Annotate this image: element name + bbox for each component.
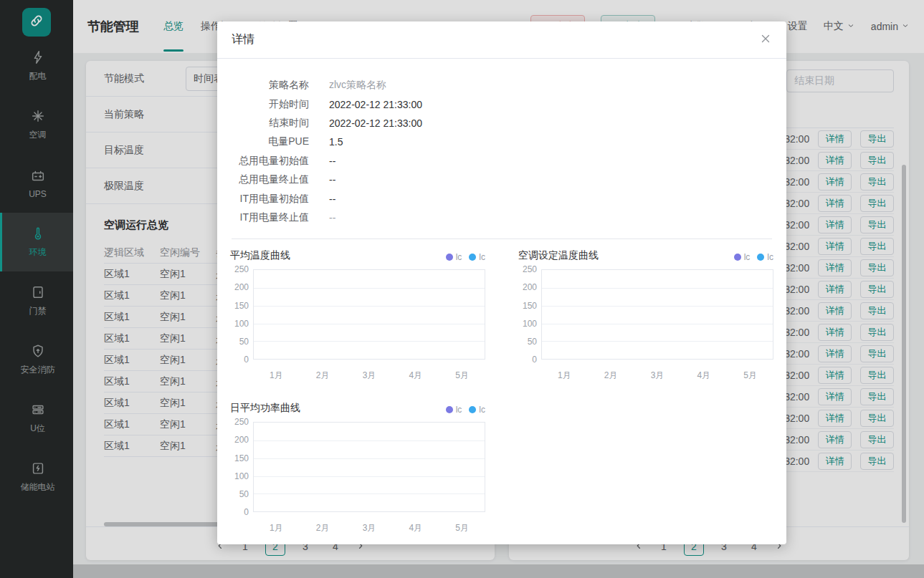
- field-row: 开始时间 2022-02-12 21:33:00: [232, 95, 772, 113]
- chart-average-temperature: 平均温度曲线 lc lc 250200150100500 1: [230, 249, 485, 382]
- modal-header: 详情: [217, 21, 786, 59]
- y-tick: 150: [230, 302, 253, 310]
- field-label: IT用电量终止值: [232, 211, 309, 224]
- y-tick: 0: [230, 355, 253, 364]
- legend-dot-icon: [469, 254, 476, 261]
- y-tick: 150: [230, 454, 253, 463]
- close-button[interactable]: [759, 32, 772, 48]
- plot-area: [541, 269, 773, 360]
- x-tick: 1月: [253, 370, 300, 382]
- field-value: 2022-02-12 21:33:00: [329, 99, 422, 110]
- field-row: 总用电量终止值 --: [232, 170, 772, 189]
- x-tick: 2月: [300, 522, 346, 534]
- legend-entry[interactable]: lc: [469, 405, 485, 415]
- field-label: IT用电量初始值: [232, 193, 309, 206]
- app-root: 配电 空调 UPS 环境 门禁 安全消防 U位 储能电站: [0, 0, 924, 578]
- x-tick: 3月: [346, 370, 393, 382]
- chart-ac-set-temperature: 空调设定温度曲线 lc lc 250200150100500: [518, 249, 773, 382]
- x-tick: 3月: [634, 370, 681, 382]
- legend-dot-icon: [446, 406, 453, 413]
- chart-title: 日平均功率曲线: [230, 402, 300, 415]
- plot-area: [253, 422, 485, 512]
- y-tick: 250: [230, 418, 253, 426]
- chart-legend: lc lc: [734, 252, 773, 262]
- x-tick: 4月: [392, 522, 439, 534]
- field-row: IT用电量初始值 --: [232, 189, 772, 208]
- detail-fields: 策略名称 zlvc策略名称 开始时间 2022-02-12 21:33:00 结…: [217, 59, 786, 227]
- field-row: 策略名称 zlvc策略名称: [232, 76, 772, 95]
- y-tick: 50: [518, 337, 541, 346]
- field-value: zlvc策略名称: [329, 79, 386, 92]
- y-tick: 50: [230, 490, 253, 498]
- chart-legend: lc lc: [446, 405, 485, 415]
- x-tick: 1月: [541, 370, 588, 382]
- y-tick: 250: [518, 265, 541, 274]
- modal-title: 详情: [232, 32, 254, 47]
- x-tick: 1月: [253, 522, 300, 534]
- x-tick: 5月: [439, 522, 485, 534]
- close-icon: [759, 32, 772, 48]
- legend-entry[interactable]: lc: [446, 405, 462, 415]
- field-value: --: [329, 174, 335, 186]
- x-axis-ticks: 1月2月3月4月5月: [541, 370, 773, 382]
- x-tick: 2月: [588, 370, 634, 382]
- x-tick: 5月: [727, 370, 773, 382]
- x-tick: 5月: [439, 370, 485, 382]
- x-tick: 3月: [346, 522, 393, 534]
- field-label: 总用电量初始值: [232, 155, 309, 168]
- field-row: IT用电量终止值 --: [232, 208, 772, 227]
- legend-entry[interactable]: lc: [757, 252, 773, 262]
- chart-daily-average-power: 日平均功率曲线 lc lc 250200150100500: [230, 402, 485, 534]
- x-tick: 4月: [392, 370, 439, 382]
- y-tick: 200: [518, 283, 541, 292]
- y-tick: 150: [518, 302, 541, 310]
- plot-area: [253, 269, 485, 360]
- legend-entry[interactable]: lc: [469, 252, 485, 262]
- field-value: 2022-02-12 21:33:00: [329, 117, 422, 129]
- charts-grid: 平均温度曲线 lc lc 250200150100500 1: [217, 239, 786, 534]
- legend-dot-icon: [734, 254, 741, 261]
- y-tick: 200: [230, 283, 253, 292]
- y-axis-ticks: 250200150100500: [518, 265, 541, 364]
- x-axis-ticks: 1月2月3月4月5月: [253, 370, 485, 382]
- legend-entry[interactable]: lc: [734, 252, 751, 262]
- chart-title: 空调设定温度曲线: [518, 249, 599, 262]
- y-tick: 50: [230, 337, 253, 346]
- chart-legend: lc lc: [446, 252, 485, 262]
- field-value: 1.5: [329, 136, 343, 148]
- y-tick: 0: [230, 508, 253, 516]
- chart-title: 平均温度曲线: [230, 249, 290, 262]
- field-label: 总用电量终止值: [232, 173, 309, 186]
- field-value: --: [329, 193, 335, 205]
- y-tick: 250: [230, 265, 253, 274]
- y-tick: 0: [518, 355, 541, 364]
- field-label: 策略名称: [232, 79, 309, 92]
- field-label: 电量PUE: [232, 135, 309, 148]
- x-axis-ticks: 1月2月3月4月5月: [253, 522, 485, 534]
- x-tick: 2月: [300, 370, 346, 382]
- x-tick: 4月: [680, 370, 727, 382]
- field-value: --: [329, 212, 335, 223]
- y-tick: 100: [230, 472, 253, 481]
- y-axis-ticks: 250200150100500: [230, 418, 253, 516]
- field-row: 总用电量初始值 --: [232, 152, 772, 170]
- field-row: 结束时间 2022-02-12 21:33:00: [232, 114, 772, 133]
- field-row: 电量PUE 1.5: [232, 133, 772, 151]
- y-tick: 200: [230, 435, 253, 444]
- field-label: 开始时间: [232, 98, 309, 111]
- y-tick: 100: [230, 319, 253, 328]
- legend-dot-icon: [757, 254, 764, 261]
- y-tick: 100: [518, 319, 541, 328]
- legend-dot-icon: [469, 406, 476, 413]
- field-value: --: [329, 155, 335, 167]
- legend-dot-icon: [446, 254, 453, 261]
- detail-modal: 详情 策略名称 zlvc策略名称 开始时间 2022-02-12 21:33:0…: [217, 21, 786, 544]
- legend-entry[interactable]: lc: [446, 252, 462, 262]
- field-label: 结束时间: [232, 117, 309, 130]
- y-axis-ticks: 250200150100500: [230, 265, 253, 364]
